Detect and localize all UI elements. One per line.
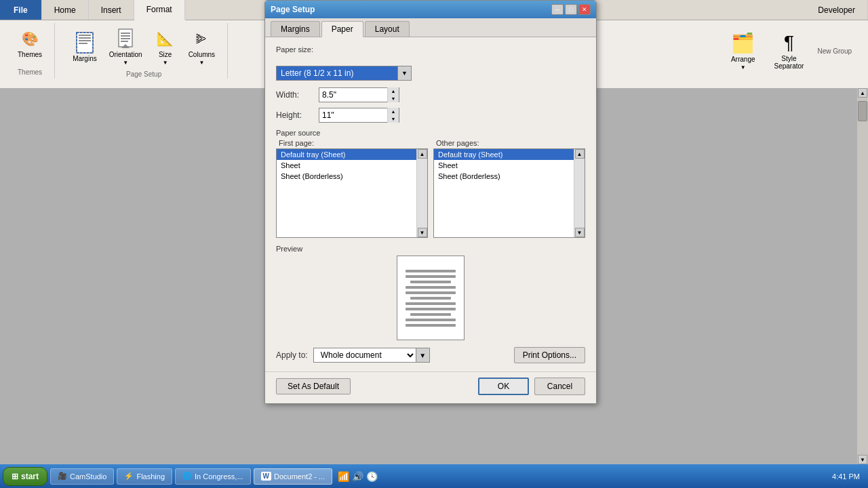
arrange-icon: 🗂️ [731, 32, 755, 54]
first-page-item-default[interactable]: Default tray (Sheet) [277, 149, 416, 160]
preview-line-9 [410, 313, 450, 316]
tab-home[interactable]: Home [42, 0, 89, 20]
footer-right: OK Cancel [478, 378, 585, 395]
ribbon-group-themes: 🎨 Themes Themes [5, 23, 55, 79]
paper-size-dropdown-arrow[interactable]: ▼ [397, 66, 411, 80]
tray-network-icon[interactable]: 📶 [338, 471, 349, 482]
paper-size-select-row: Letter (8 1/2 x 11 in) ▼ [276, 66, 585, 81]
taskbar-item-browser[interactable]: 🌐 In Congress,... [175, 468, 251, 485]
tab-paper[interactable]: Paper [321, 21, 363, 37]
width-input[interactable] [319, 88, 387, 102]
print-options-button[interactable]: Print Options... [514, 347, 585, 363]
tray-sound-icon[interactable]: 🔊 [352, 471, 363, 482]
tab-margins[interactable]: Margins [271, 21, 320, 37]
vertical-scrollbar[interactable]: ▲ ▼ [857, 88, 868, 464]
other-pages-item-borderless[interactable]: Sheet (Borderless) [434, 171, 574, 182]
other-pages-list: Default tray (Sheet) Sheet Sheet (Border… [434, 149, 574, 237]
preview-line-4 [406, 286, 456, 289]
dialog-maximize-button[interactable]: □ [565, 4, 577, 15]
other-pages-scroll-up[interactable]: ▲ [575, 149, 585, 159]
other-pages-label: Other pages: [433, 138, 585, 148]
preview-section: Preview [276, 245, 585, 340]
dialog-titlebar: Page Setup ─ □ ✕ [265, 1, 596, 18]
paper-size-select[interactable]: Letter (8 1/2 x 11 in) [277, 66, 397, 80]
camstudio-icon: 🎥 [58, 472, 67, 481]
height-spinner: ▲ ▼ [387, 108, 399, 123]
margins-icon [74, 32, 96, 54]
tab-insert[interactable]: Insert [89, 0, 134, 20]
new-group-label: New Group [817, 47, 852, 55]
dialog-minimize-button[interactable]: ─ [551, 4, 564, 15]
tray-clock-icon: 🕓 [366, 471, 378, 482]
height-row: Height: ▲ ▼ [276, 108, 585, 123]
system-tray: 📶 🔊 🕓 [335, 471, 380, 482]
dialog-title: Page Setup [271, 5, 315, 14]
dialog-footer: Set As Default OK Cancel [265, 371, 596, 403]
preview-line-8 [406, 308, 456, 310]
scroll-thumb[interactable] [858, 101, 867, 121]
themes-button[interactable]: 🎨 Themes [14, 26, 46, 60]
first-page-scrollbar[interactable]: ▲ ▼ [416, 149, 427, 237]
first-page-item-borderless[interactable]: Sheet (Borderless) [277, 171, 416, 182]
other-pages-list-wrap: Default tray (Sheet) Sheet Sheet (Border… [433, 148, 585, 238]
width-decrement-button[interactable]: ▼ [388, 95, 399, 102]
tab-file[interactable]: File [0, 0, 42, 20]
paper-size-select-wrap: Letter (8 1/2 x 11 in) ▼ [276, 66, 412, 81]
tab-layout[interactable]: Layout [365, 21, 410, 37]
apply-to-select[interactable]: Whole document This section This point f… [314, 348, 416, 362]
first-page-list-wrap: Default tray (Sheet) Sheet Sheet (Border… [276, 148, 428, 238]
other-pages-item-default[interactable]: Default tray (Sheet) [434, 149, 574, 160]
ok-button[interactable]: OK [478, 378, 529, 395]
other-pages-scrollbar[interactable]: ▲ ▼ [574, 149, 585, 237]
first-page-source-list: Default tray (Sheet) Sheet Sheet (Border… [277, 149, 416, 182]
preview-line-10 [406, 319, 456, 321]
ribbon-group-page-setup: Margins Orientation ▼ [60, 23, 228, 79]
paper-size-label: Paper size: [276, 45, 313, 54]
preview-label: Preview [276, 245, 585, 253]
scroll-track[interactable] [857, 98, 868, 455]
paper-source-section: Paper source First page: Default tray (S… [276, 128, 585, 238]
page-setup-items: Margins Orientation ▼ [68, 26, 219, 68]
themes-icon: 🎨 [19, 28, 41, 49]
source-boxes: First page: Default tray (Sheet) Sheet S… [276, 138, 585, 238]
orientation-button[interactable]: Orientation ▼ [105, 26, 146, 68]
tab-format[interactable]: Format [134, 0, 185, 20]
other-pages-item-sheet[interactable]: Sheet [434, 160, 574, 171]
other-pages-scroll-down[interactable]: ▼ [575, 228, 585, 237]
height-decrement-button[interactable]: ▼ [388, 115, 399, 123]
first-page-label: First page: [276, 138, 428, 148]
apply-to-label: Apply to: [276, 350, 308, 360]
first-page-item-sheet[interactable]: Sheet [277, 160, 416, 171]
size-button[interactable]: 📐 Size ▼ [151, 26, 180, 68]
margins-button[interactable]: Margins [68, 30, 101, 64]
arrange-button[interactable]: 🗂️ Arrange ▼ [726, 29, 761, 73]
dialog-controls: ─ □ ✕ [551, 4, 591, 15]
style-separator-button[interactable]: ¶ StyleSeparator [769, 29, 810, 73]
cancel-button[interactable]: Cancel [534, 378, 585, 395]
dialog-close-button[interactable]: ✕ [578, 4, 591, 15]
tab-developer[interactable]: Developer [806, 0, 868, 20]
columns-button[interactable]: ⫸ Columns ▼ [184, 26, 219, 68]
first-page-scroll-down[interactable]: ▼ [418, 228, 427, 237]
height-input[interactable] [319, 108, 387, 122]
preview-line-1 [406, 270, 456, 272]
taskbar-item-flashing[interactable]: ⚡ Flashing [117, 468, 172, 485]
first-page-list: Default tray (Sheet) Sheet Sheet (Border… [277, 149, 416, 237]
start-button[interactable]: ⊞ start [3, 467, 47, 486]
taskbar-item-camstudio[interactable]: 🎥 CamStudio [50, 468, 114, 485]
first-page-box: First page: Default tray (Sheet) Sheet S… [276, 138, 428, 238]
set-as-default-button[interactable]: Set As Default [276, 378, 351, 394]
width-increment-button[interactable]: ▲ [388, 87, 399, 95]
preview-box [397, 256, 465, 340]
width-input-wrap: ▲ ▼ [319, 87, 399, 102]
dialog-body: Paper size: Letter (8 1/2 x 11 in) ▼ Wid… [265, 37, 596, 371]
taskbar-item-word[interactable]: W Document2 - ... [254, 468, 333, 485]
width-row: Width: ▲ ▼ [276, 87, 585, 102]
browser-icon: 🌐 [182, 472, 192, 481]
preview-line-3 [410, 281, 450, 283]
scroll-down-arrow[interactable]: ▼ [858, 455, 867, 464]
apply-to-arrow[interactable]: ▼ [416, 348, 429, 362]
first-page-scroll-up[interactable]: ▲ [418, 149, 427, 159]
scroll-up-arrow[interactable]: ▲ [858, 88, 867, 98]
height-increment-button[interactable]: ▲ [388, 108, 399, 115]
